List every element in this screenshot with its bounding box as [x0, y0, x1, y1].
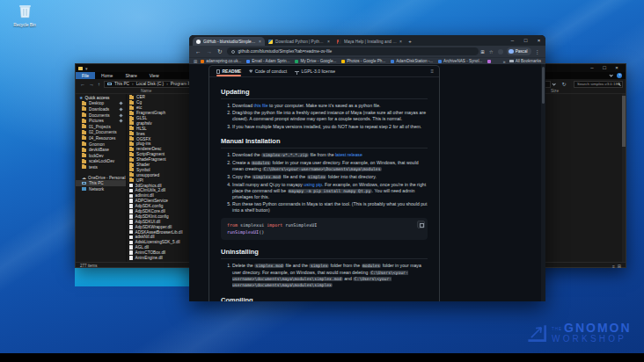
back-icon[interactable]: ←	[195, 48, 201, 54]
apps-grid-icon[interactable]: ⊞	[194, 59, 197, 64]
site-info-icon[interactable]	[231, 50, 235, 54]
sidebar-item-network[interactable]: Network	[76, 186, 126, 192]
ribbon-tab[interactable]: Home	[95, 72, 119, 79]
profile-chip[interactable]: Pascal	[507, 47, 531, 55]
bookmark-item[interactable]: ArchiveNAS - Synol...	[438, 59, 482, 63]
extensions-icon[interactable]	[498, 49, 503, 54]
bookmark-item[interactable]: adamspring.co.uk...	[201, 59, 241, 63]
minimize-button[interactable]: –	[506, 35, 519, 46]
bookmark-item[interactable]: Stable Diffusion	[487, 59, 491, 63]
bookmark-item[interactable]: Email - Adam Sprin...	[246, 59, 289, 63]
share-icon[interactable]: ⊞	[480, 49, 485, 54]
tab-code-of-conduct[interactable]: Code of conduct	[249, 66, 287, 76]
refresh-icon[interactable]: ↻	[561, 81, 566, 87]
file-icon	[129, 225, 133, 229]
sidebar-item-pinned[interactable]: Downloads	[76, 106, 126, 112]
tab-maya-help[interactable]: Maya Help | Installing and imp... ×	[333, 37, 406, 46]
new-tab-button[interactable]: +	[406, 37, 414, 46]
file-icon	[129, 235, 133, 240]
url-text: github.com/blurstudio/Simplex?tab=readme…	[238, 49, 332, 54]
explorer-search-input[interactable]: Search simplex-v3.0.18	[574, 81, 623, 88]
text-run: ()	[259, 229, 264, 235]
tab-license[interactable]: LGPL-3.0 license	[295, 66, 335, 76]
ribbon-tab[interactable]: View	[143, 72, 165, 79]
up-icon[interactable]: ↑	[98, 82, 100, 87]
sidebar-item-this-pc[interactable]: This PC	[76, 180, 126, 186]
readme-file-tabs: README Code of conduct LGPL-3.0 license …	[209, 66, 439, 77]
close-button[interactable]: ×	[611, 64, 623, 72]
this-pc-icon	[107, 83, 112, 86]
sidebar-item-folder[interactable]: tests	[76, 164, 126, 170]
tab-python[interactable]: Download Python | Python.org ×	[265, 37, 333, 46]
menu-kebab-icon[interactable]: ⋮	[535, 49, 540, 54]
sidebar-item-folder[interactable]: scaleLockDev	[76, 159, 126, 165]
scrollbar-thumb[interactable]	[622, 96, 626, 147]
maximize-button[interactable]: □	[519, 35, 532, 46]
copy-icon[interactable]	[417, 221, 425, 228]
section-heading-uninstalling: Uninstalling	[221, 248, 428, 259]
explorer-scrollbar[interactable]	[622, 94, 626, 262]
outline-icon[interactable]: ≡	[430, 69, 434, 74]
ribbon-tab[interactable]: Share	[119, 72, 143, 79]
tab-readme[interactable]: README	[216, 66, 241, 76]
back-icon[interactable]: ←	[80, 82, 85, 87]
breadcrumb-segment[interactable]: Local Disk (C:)	[136, 82, 171, 86]
bookmark-item[interactable]: AdamDiskStation -...	[391, 59, 433, 63]
reload-icon[interactable]: ↻	[217, 48, 222, 55]
recycle-bin-icon	[18, 4, 32, 22]
column-size[interactable]: Size	[551, 89, 559, 93]
sidebar-item-pinned[interactable]: Documents	[76, 112, 126, 119]
minimize-button[interactable]: –	[586, 64, 598, 72]
column-name[interactable]: Name	[141, 89, 151, 93]
bookmark-star-icon[interactable]: ☆	[489, 49, 494, 54]
view-thumbnails-icon[interactable]: ⊞	[618, 264, 621, 269]
all-bookmarks-label[interactable]: All Bookmarks	[516, 59, 541, 63]
close-tab-icon[interactable]: ×	[259, 39, 261, 44]
inline-link[interactable]: this file	[254, 103, 268, 108]
address-bar[interactable]: github.com/blurstudio/Simplex?tab=readme…	[227, 47, 478, 55]
sidebar-item-folder[interactable]: 01_Projects	[76, 124, 126, 130]
address-dropdown-icon[interactable]	[552, 82, 556, 86]
inline-link[interactable]: latest release	[335, 152, 362, 157]
recycle-bin-shortcut[interactable]: Recycle Bin	[5, 4, 44, 27]
law-scales-icon	[295, 71, 299, 72]
sidebar-item-pinned[interactable]: Pictures	[76, 118, 126, 124]
forward-icon[interactable]: →	[89, 82, 94, 87]
section-heading-manual-installation: Manual Installation	[221, 137, 428, 148]
close-button[interactable]: ×	[532, 35, 545, 46]
text-run: Delete the	[232, 263, 254, 268]
inline-code: mayapy -m pip install numpy Qt.py	[288, 189, 372, 193]
bookmark-item[interactable]: Photos - Google Ph...	[341, 59, 385, 63]
inline-link[interactable]: using pip	[304, 182, 322, 187]
sidebar-item-folder[interactable]: lockDev	[76, 153, 126, 159]
code-token: runSimplexUI	[227, 229, 259, 235]
folder-icon	[129, 163, 134, 167]
bookmark-item[interactable]: My Drive - Google...	[295, 59, 336, 63]
bookmark-favicon	[487, 60, 491, 63]
breadcrumb-segment[interactable]: This PC	[114, 82, 136, 86]
ribbon-tab[interactable]: File	[76, 72, 95, 79]
bookmarks-overflow-icon[interactable]: »	[503, 59, 506, 64]
sidebar-item-folder[interactable]: 02_Documents	[76, 130, 126, 136]
sidebar-item-pinned[interactable]: Desktop	[76, 101, 126, 107]
forward-icon[interactable]: →	[207, 48, 213, 54]
close-tab-icon[interactable]: ×	[399, 39, 402, 44]
close-tab-icon[interactable]: ×	[327, 39, 330, 44]
sidebar-item-onedrive[interactable]: ☁ OneDrive - Personal	[76, 175, 126, 181]
folder-icon	[129, 148, 134, 151]
file-icon	[129, 220, 133, 224]
view-details-icon[interactable]: ≡	[612, 264, 615, 269]
sidebar-item-folder[interactable]: devkitBase	[76, 147, 126, 153]
sidebar-item-folder[interactable]: Gnomon	[76, 141, 126, 148]
maximize-button[interactable]: □	[598, 64, 611, 72]
quick-access-toolbar-icon[interactable]: ▾	[85, 66, 88, 71]
tab-github[interactable]: GitHub - blurstudio/Simplex... ×	[193, 37, 265, 46]
github-favicon	[196, 40, 201, 44]
sidebar-quick-access[interactable]: ★ Quick access	[76, 95, 126, 101]
page-scrollbar[interactable]	[541, 64, 545, 301]
help-icon[interactable]	[617, 73, 622, 78]
list-item: Drag/drop the python file into a freshly…	[232, 110, 428, 122]
sidebar-item-folder[interactable]: 04_Resources	[76, 135, 126, 141]
ribbon-collapse-icon[interactable]	[609, 74, 613, 78]
scrollbar-thumb[interactable]	[542, 67, 545, 104]
